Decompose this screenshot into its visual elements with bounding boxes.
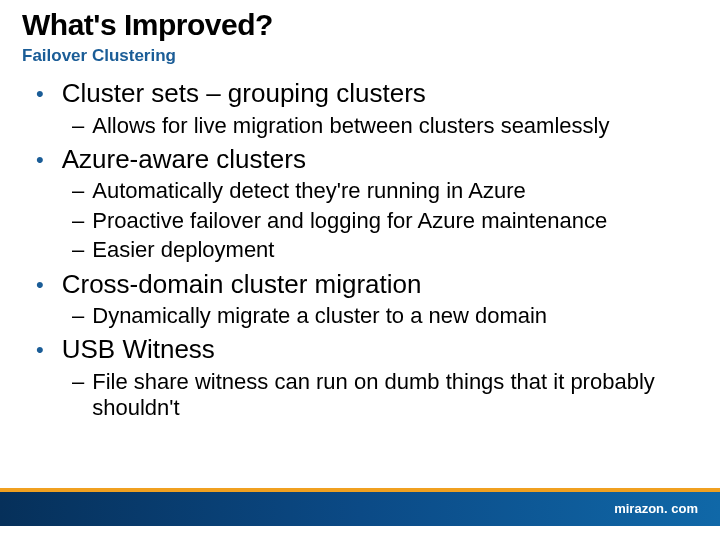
slide-subtitle: Failover Clustering xyxy=(22,46,698,66)
list-item-label: Cross-domain cluster migration xyxy=(56,267,422,301)
list-item-label: Cluster sets – grouping clusters xyxy=(56,76,426,110)
sub-list-item: – Dynamically migrate a cluster to a new… xyxy=(72,303,698,329)
sub-list-item-label: File share witness can run on dumb thing… xyxy=(92,369,698,422)
sub-list-item-label: Dynamically migrate a cluster to a new d… xyxy=(92,303,547,329)
dash-icon: – xyxy=(72,303,92,329)
dash-icon: – xyxy=(72,237,92,263)
slide-title: What's Improved? xyxy=(22,8,698,42)
list-item-label: Azure-aware clusters xyxy=(56,142,306,176)
dash-icon: – xyxy=(72,369,92,395)
sub-list-item-label: Automatically detect they're running in … xyxy=(92,178,525,204)
content-list: • Cluster sets – grouping clusters – All… xyxy=(22,76,698,422)
bullet-icon: • xyxy=(28,76,56,108)
sub-list-item: – Automatically detect they're running i… xyxy=(72,178,698,204)
list-item: • Azure-aware clusters xyxy=(28,142,698,176)
sub-list-item: – Allows for live migration between clus… xyxy=(72,113,698,139)
dash-icon: – xyxy=(72,208,92,234)
list-item: • USB Witness xyxy=(28,332,698,366)
list-item: • Cross-domain cluster migration xyxy=(28,267,698,301)
sub-list-item: – Proactive failover and logging for Azu… xyxy=(72,208,698,234)
sub-list-item: – Easier deployment xyxy=(72,237,698,263)
list-item: • Cluster sets – grouping clusters xyxy=(28,76,698,110)
sub-list-item: – File share witness can run on dumb thi… xyxy=(72,369,698,422)
footer-brand: mirazon. com xyxy=(614,501,698,516)
dash-icon: – xyxy=(72,178,92,204)
list-item-label: USB Witness xyxy=(56,332,215,366)
sub-list-item-label: Proactive failover and logging for Azure… xyxy=(92,208,607,234)
footer-bar: mirazon. com xyxy=(0,488,720,526)
bullet-icon: • xyxy=(28,267,56,299)
dash-icon: – xyxy=(72,113,92,139)
bullet-icon: • xyxy=(28,142,56,174)
bullet-icon: • xyxy=(28,332,56,364)
sub-list-item-label: Easier deployment xyxy=(92,237,274,263)
sub-list-item-label: Allows for live migration between cluste… xyxy=(92,113,609,139)
